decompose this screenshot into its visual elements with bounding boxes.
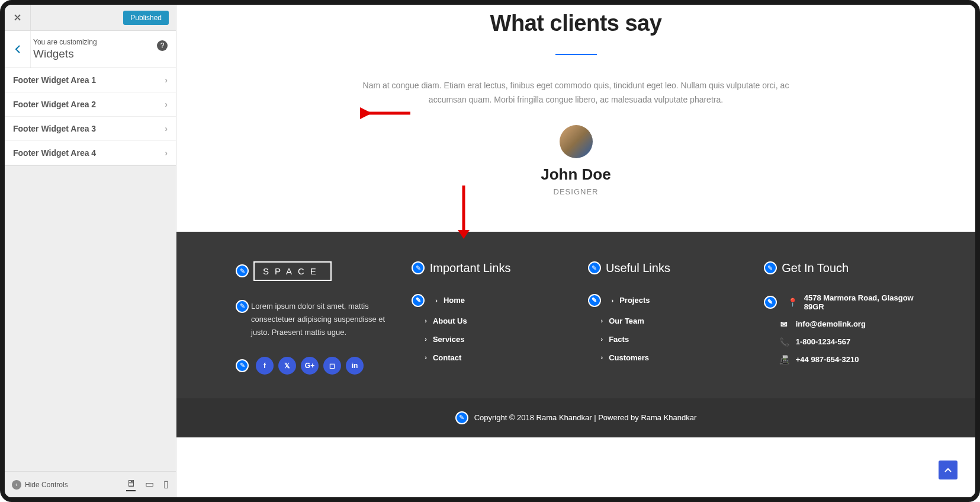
copyright-text: Copyright © 2018 Rama Khandkar | Powered…: [474, 413, 697, 422]
scroll-to-top-button[interactable]: [939, 461, 957, 479]
footer-col-about: ✎ SPACE ✎ Lorem ipsum dolor sit amet, ma…: [236, 261, 388, 375]
footer-link[interactable]: Home: [444, 296, 465, 305]
chevron-right-icon: ›: [435, 297, 438, 304]
testimonial-avatar: [560, 125, 593, 158]
chevron-right-icon: ›: [425, 335, 427, 343]
edit-widget-icon[interactable]: ✎: [236, 264, 249, 277]
chevron-right-icon: ›: [165, 75, 168, 85]
chevron-right-icon: ›: [425, 354, 427, 361]
edit-widget-icon[interactable]: ✎: [412, 294, 425, 307]
testimonial-quote: Nam at congue diam. Etiam erat lectus, f…: [363, 79, 789, 107]
edit-widget-icon[interactable]: ✎: [764, 261, 777, 274]
contact-fax[interactable]: +44 987-654-3210: [796, 355, 859, 364]
footer-copyright-bar: ✎ Copyright © 2018 Rama Khandkar | Power…: [176, 398, 975, 437]
footer-col-contact: ✎ Get In Touch ✎📍4578 Marmora Road, Glas…: [764, 261, 916, 375]
hide-controls-label: Hide Controls: [25, 481, 68, 489]
chevron-up-icon: [944, 468, 952, 472]
chevron-right-icon: ›: [425, 317, 427, 324]
footer-col-title: Get In Touch: [782, 261, 849, 274]
sidebar-footer: ‹ Hide Controls 🖥 ▭ ▯: [5, 471, 176, 497]
widget-area-item[interactable]: Footer Widget Area 4 ›: [5, 141, 176, 165]
close-button[interactable]: ✕: [5, 5, 31, 31]
panel-title: Widgets: [33, 47, 97, 60]
footer-col-title: Important Links: [430, 261, 511, 274]
chevron-right-icon: ›: [612, 297, 614, 304]
instagram-icon[interactable]: ◻: [323, 357, 341, 375]
linkedin-icon[interactable]: in: [346, 357, 364, 375]
widget-area-item[interactable]: Footer Widget Area 2 ›: [5, 92, 176, 117]
widget-area-list: Footer Widget Area 1 › Footer Widget Are…: [5, 68, 176, 166]
widget-area-item[interactable]: Footer Widget Area 3 ›: [5, 117, 176, 141]
chevron-right-icon: ›: [601, 335, 603, 343]
edit-widget-icon[interactable]: ✎: [588, 294, 601, 307]
testimonial-name: John Doe: [224, 165, 928, 184]
hide-controls-button[interactable]: ‹ Hide Controls: [12, 480, 68, 490]
chevron-left-icon: [15, 44, 21, 54]
testimonials-heading: What clients say: [224, 11, 928, 36]
footer-col-useful-links: ✎ Useful Links ✎›Projects ›Our Team ›Fac…: [588, 261, 740, 375]
sidebar-topbar: ✕ Published: [5, 5, 176, 31]
twitter-icon[interactable]: 𝕏: [278, 357, 296, 375]
contact-address: 4578 Marmora Road, Glasgow 89GR: [804, 293, 916, 311]
footer-col-important-links: ✎ Important Links ✎›Home ›About Us ›Serv…: [412, 261, 564, 375]
logo-text: SPACE: [253, 261, 332, 281]
tablet-preview-icon[interactable]: ▭: [145, 478, 154, 491]
chevron-right-icon: ›: [601, 317, 603, 324]
testimonials-section: What clients say Nam at congue diam. Eti…: [176, 5, 975, 232]
section-label: Footer Widget Area 4: [13, 148, 96, 158]
location-icon: 📍: [788, 298, 797, 307]
fax-icon: 📠: [779, 355, 789, 364]
chevron-right-icon: ›: [165, 148, 168, 158]
testimonial-role: DESIGNER: [224, 187, 928, 196]
footer-link[interactable]: Contact: [433, 353, 461, 362]
section-label: Footer Widget Area 2: [13, 100, 96, 109]
phone-icon: 📞: [779, 337, 789, 347]
help-icon[interactable]: ?: [157, 40, 168, 51]
footer-link[interactable]: Services: [433, 335, 465, 344]
footer-logo: ✎ SPACE: [236, 261, 332, 281]
chevron-right-icon: ›: [165, 124, 168, 133]
chevron-right-icon: ›: [165, 100, 168, 109]
customizer-sidebar: ✕ Published You are customizing Widgets …: [5, 5, 176, 497]
mobile-preview-icon[interactable]: ▯: [163, 478, 169, 491]
published-status: Published: [123, 11, 169, 25]
edit-widget-icon[interactable]: ✎: [764, 296, 777, 309]
device-preview-buttons: 🖥 ▭ ▯: [126, 478, 169, 491]
footer-link[interactable]: About Us: [433, 316, 467, 325]
social-links: ✎ f 𝕏 G+ ◻ in: [236, 357, 388, 375]
panel-header: You are customizing Widgets ?: [5, 31, 176, 68]
desktop-preview-icon[interactable]: 🖥: [126, 478, 136, 491]
site-footer: ✎ SPACE ✎ Lorem ipsum dolor sit amet, ma…: [176, 232, 975, 398]
mail-icon: ✉: [779, 319, 789, 329]
contact-email[interactable]: info@demolink.org: [796, 319, 866, 328]
edit-widget-icon[interactable]: ✎: [236, 359, 249, 372]
edit-widget-icon[interactable]: ✎: [236, 300, 249, 313]
heading-underline: [555, 54, 597, 55]
footer-link[interactable]: Facts: [609, 335, 629, 344]
edit-widget-icon[interactable]: ✎: [412, 261, 425, 274]
footer-link[interactable]: Projects: [619, 296, 650, 305]
section-label: Footer Widget Area 3: [13, 124, 96, 133]
footer-link[interactable]: Customers: [609, 353, 649, 362]
back-button[interactable]: [5, 31, 31, 68]
google-plus-icon[interactable]: G+: [301, 357, 319, 375]
facebook-icon[interactable]: f: [256, 357, 274, 375]
footer-col-title: Useful Links: [606, 261, 670, 274]
section-label: Footer Widget Area 1: [13, 75, 96, 85]
footer-description: Lorem ipsum dolor sit amet, mattis conse…: [251, 300, 388, 339]
widget-area-item[interactable]: Footer Widget Area 1 ›: [5, 68, 176, 92]
site-preview: What clients say Nam at congue diam. Eti…: [176, 5, 975, 497]
edit-widget-icon[interactable]: ✎: [455, 411, 468, 424]
footer-link[interactable]: Our Team: [609, 316, 644, 325]
contact-phone[interactable]: 1-800-1234-567: [796, 337, 851, 346]
chevron-right-icon: ›: [601, 354, 603, 361]
customizing-label: You are customizing: [33, 38, 97, 46]
collapse-icon: ‹: [12, 480, 21, 490]
edit-widget-icon[interactable]: ✎: [588, 261, 601, 274]
